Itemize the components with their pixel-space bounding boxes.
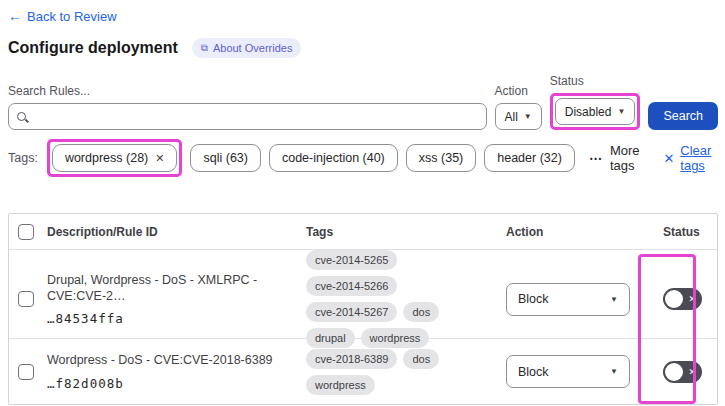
header-tags: Tags <box>306 225 506 239</box>
chevron-down-icon: ▼ <box>610 367 618 376</box>
action-cell: Block ▼ <box>506 283 649 316</box>
action-select-value: Block <box>518 292 549 306</box>
rule-tags-cell: cve-2018-6389doswordpress <box>306 349 506 395</box>
tag-pill: wordpress <box>361 328 430 348</box>
row-checkbox[interactable] <box>18 291 34 307</box>
search-rules-label: Search Rules... <box>8 84 487 98</box>
search-icon <box>17 112 26 121</box>
status-toggle-off[interactable]: ✕ <box>663 361 702 383</box>
more-tags-button[interactable]: ⋯ More tags <box>589 143 646 173</box>
filter-row: Search Rules... Action All ▼ Status Disa… <box>8 74 718 130</box>
toggle-knob <box>665 363 683 381</box>
tag-pill: dos <box>403 302 439 322</box>
back-arrow-icon: ← <box>8 8 22 24</box>
tag-chip[interactable]: sqli (63) <box>190 144 260 172</box>
tag-pill: cve-2014-5267 <box>306 302 397 322</box>
description-cell: Drupal, Wordpress - DoS - XMLRPC - CVE:C… <box>39 272 306 327</box>
configure-deployment-page: ← Back to Review Configure deployment ⧉ … <box>0 0 725 405</box>
status-filter-annotation-box: Disabled ▼ <box>550 93 641 130</box>
status-filter-dropdown[interactable]: Disabled ▼ <box>555 98 636 125</box>
more-tags-label: More tags <box>610 143 646 173</box>
chevron-down-icon: ▼ <box>610 295 618 304</box>
chevron-down-icon: ▼ <box>617 107 625 116</box>
tag-pill: dos <box>403 349 439 369</box>
about-overrides-badge[interactable]: ⧉ About Overrides <box>192 38 302 58</box>
description-cell: Wordpress - DoS - CVE:CVE-2018-6389 …f82… <box>39 352 306 390</box>
page-title: Configure deployment <box>8 39 178 57</box>
tag-chip-wordpress[interactable]: wordpress (28) ✕ <box>52 144 178 172</box>
search-rules-input[interactable] <box>32 110 478 124</box>
search-button[interactable]: Search <box>648 102 718 130</box>
tag-pill: drupal <box>306 328 355 348</box>
header-status: Status <box>649 225 717 239</box>
action-filter-dropdown[interactable]: All ▼ <box>495 103 542 130</box>
tags-bar-label: Tags: <box>8 151 38 165</box>
toggle-x-icon: ✕ <box>688 294 696 304</box>
table-row: Drupal, Wordpress - DoS - XMLRPC - CVE:C… <box>9 249 717 338</box>
action-cell: Block ▼ <box>506 355 649 388</box>
select-all-checkbox[interactable] <box>18 224 34 240</box>
tag-chip[interactable]: xss (35) <box>406 144 476 172</box>
header-checkbox-cell <box>9 224 39 240</box>
action-select[interactable]: Block ▼ <box>506 283 630 316</box>
status-cell: ✕ <box>649 288 717 310</box>
toggle-x-icon: ✕ <box>688 367 696 377</box>
status-filter-label: Status <box>550 74 641 88</box>
chevron-down-icon: ▼ <box>524 112 532 121</box>
rules-table: Description/Rule ID Tags Action Status D… <box>8 213 718 405</box>
remove-tag-icon[interactable]: ✕ <box>155 152 164 165</box>
tags-bar: Tags: wordpress (28) ✕ sqli (63) code-in… <box>8 139 718 177</box>
tag-pill: cve-2014-5266 <box>306 276 397 296</box>
document-icon: ⧉ <box>201 43 208 53</box>
action-filter-label: Action <box>495 84 542 98</box>
search-rules-box <box>8 103 487 130</box>
tag-chip[interactable]: header (32) <box>484 144 575 172</box>
toggle-knob <box>665 290 683 308</box>
status-filter-value: Disabled <box>565 105 612 119</box>
tag-pill: cve-2018-6389 <box>306 349 397 369</box>
rule-tags-cell: cve-2014-5265cve-2014-5266cve-2014-5267d… <box>306 250 506 348</box>
search-rules-group: Search Rules... <box>8 84 487 130</box>
clear-tags-label: Clear tags <box>680 143 718 173</box>
row-checkbox-cell <box>9 364 39 380</box>
rule-description: Wordpress - DoS - CVE:CVE-2018-6389 <box>47 352 292 368</box>
action-filter-group: Action All ▼ <box>495 84 542 130</box>
clear-tags-button[interactable]: ✕ Clear tags <box>663 143 718 173</box>
tag-pill: cve-2014-5265 <box>306 250 397 270</box>
status-cell: ✕ <box>649 361 717 383</box>
status-toggle-off[interactable]: ✕ <box>663 288 702 310</box>
tag-chip[interactable]: code-injection (40) <box>269 144 398 172</box>
ellipsis-icon: ⋯ <box>589 151 603 166</box>
page-header: Configure deployment ⧉ About Overrides <box>8 38 718 58</box>
action-filter-value: All <box>505 110 518 124</box>
rule-description: Drupal, Wordpress - DoS - XMLRPC - CVE:C… <box>47 272 292 305</box>
rule-id: …f82d008b <box>47 376 292 391</box>
header-description: Description/Rule ID <box>39 225 306 239</box>
table-header-row: Description/Rule ID Tags Action Status <box>9 214 717 249</box>
row-checkbox[interactable] <box>18 364 34 380</box>
row-checkbox-cell <box>9 291 39 307</box>
clear-icon: ✕ <box>663 151 674 166</box>
tag-chip-label: wordpress (28) <box>65 151 148 165</box>
tag-pill: wordpress <box>306 375 375 395</box>
back-to-review-link[interactable]: ← Back to Review <box>8 8 117 24</box>
back-link-label: Back to Review <box>27 9 117 24</box>
action-select[interactable]: Block ▼ <box>506 355 630 388</box>
table-row: Wordpress - DoS - CVE:CVE-2018-6389 …f82… <box>9 338 717 404</box>
selected-tag-annotation-box: wordpress (28) ✕ <box>47 139 183 177</box>
about-overrides-label: About Overrides <box>213 42 292 54</box>
action-select-value: Block <box>518 365 549 379</box>
status-filter-group: Status Disabled ▼ <box>550 74 641 130</box>
rule-id: …84534ffa <box>47 311 292 326</box>
header-action: Action <box>506 225 649 239</box>
